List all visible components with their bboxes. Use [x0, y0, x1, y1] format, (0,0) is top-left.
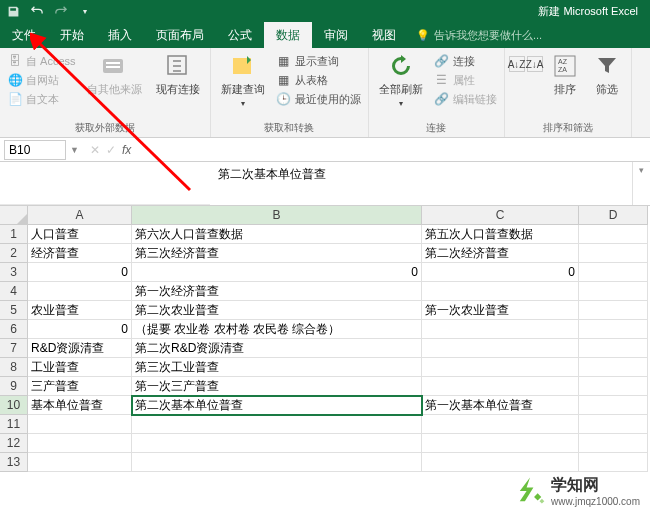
cell[interactable]: 三产普查 [28, 377, 132, 396]
cell[interactable]: 第三次经济普查 [132, 244, 422, 263]
sort-button[interactable]: AZZA 排序 [545, 50, 585, 119]
col-header-B[interactable]: B [132, 206, 422, 225]
cell[interactable] [422, 282, 579, 301]
accept-icon[interactable]: ✓ [106, 143, 116, 157]
cell[interactable] [422, 358, 579, 377]
formula-collapse-icon[interactable]: ▾ [632, 162, 650, 205]
cell[interactable] [579, 225, 648, 244]
row-header[interactable]: 9 [0, 377, 28, 396]
cell[interactable] [422, 415, 579, 434]
cell[interactable] [579, 263, 648, 282]
cell[interactable]: 第一次经济普查 [132, 282, 422, 301]
show-query-button[interactable]: ▦显示查询 [273, 52, 364, 70]
tell-me-search[interactable]: 💡 告诉我您想要做什么... [416, 22, 542, 48]
tab-home[interactable]: 开始 [48, 22, 96, 48]
row-header[interactable]: 3 [0, 263, 28, 282]
row-header[interactable]: 10 [0, 396, 28, 415]
cell[interactable]: （提要 农业卷 农村卷 农民卷 综合卷） [132, 320, 422, 339]
cell[interactable] [579, 377, 648, 396]
cell[interactable] [579, 396, 648, 415]
cancel-icon[interactable]: ✕ [90, 143, 100, 157]
sort-asc-icon[interactable]: A↓Z [509, 56, 525, 72]
save-icon[interactable] [6, 4, 20, 18]
cell[interactable] [579, 339, 648, 358]
qat-dropdown-icon[interactable]: ▾ [78, 4, 92, 18]
from-table-button[interactable]: ▦从表格 [273, 71, 364, 89]
cell[interactable] [422, 377, 579, 396]
cell[interactable]: 第二次基本单位普查 [132, 396, 422, 415]
cell[interactable] [579, 453, 648, 472]
row-header[interactable]: 1 [0, 225, 28, 244]
name-box[interactable]: B10 [4, 140, 66, 160]
cell[interactable]: 农业普查 [28, 301, 132, 320]
cell[interactable] [579, 320, 648, 339]
cell[interactable]: 第二次经济普查 [422, 244, 579, 263]
cell[interactable] [422, 434, 579, 453]
cell[interactable] [579, 434, 648, 453]
edit-links-button[interactable]: 🔗编辑链接 [431, 90, 500, 108]
cell[interactable]: 人口普查 [28, 225, 132, 244]
select-all-corner[interactable] [0, 206, 28, 225]
cell[interactable]: 第三次工业普查 [132, 358, 422, 377]
row-header[interactable]: 6 [0, 320, 28, 339]
cell[interactable] [422, 453, 579, 472]
cell[interactable] [132, 434, 422, 453]
connections-button[interactable]: 🔗连接 [431, 52, 500, 70]
cell[interactable]: 基本单位普查 [28, 396, 132, 415]
fx-icon[interactable]: fx [122, 143, 131, 157]
col-header-D[interactable]: D [579, 206, 648, 225]
cell[interactable] [422, 320, 579, 339]
cell[interactable] [579, 282, 648, 301]
tab-review[interactable]: 审阅 [312, 22, 360, 48]
tab-view[interactable]: 视图 [360, 22, 408, 48]
tab-insert[interactable]: 插入 [96, 22, 144, 48]
row-header[interactable]: 2 [0, 244, 28, 263]
cell[interactable]: 第五次人口普查数据 [422, 225, 579, 244]
from-web-button[interactable]: 🌐自网站 [4, 71, 79, 89]
sort-desc-icon[interactable]: Z↓A [527, 56, 543, 72]
spreadsheet-grid[interactable]: 12345678910111213 ABCD 人口普查第六次人口普查数据第五次人… [0, 206, 650, 472]
from-text-button[interactable]: 📄自文本 [4, 90, 79, 108]
cell[interactable] [28, 415, 132, 434]
cell[interactable] [579, 415, 648, 434]
formula-input[interactable]: 第二次基本单位普查 [210, 162, 632, 205]
properties-button[interactable]: ☰属性 [431, 71, 500, 89]
cell[interactable] [28, 282, 132, 301]
row-header[interactable]: 12 [0, 434, 28, 453]
existing-conn-button[interactable]: 现有连接 [150, 50, 206, 119]
tab-formulas[interactable]: 公式 [216, 22, 264, 48]
cell[interactable] [579, 301, 648, 320]
tab-layout[interactable]: 页面布局 [144, 22, 216, 48]
col-header-C[interactable]: C [422, 206, 579, 225]
cell[interactable] [28, 434, 132, 453]
row-header[interactable]: 13 [0, 453, 28, 472]
cell[interactable] [579, 358, 648, 377]
from-other-button[interactable]: 自其他来源 [81, 50, 148, 119]
cell[interactable]: 第一次三产普查 [132, 377, 422, 396]
cell[interactable]: R&D资源清查 [28, 339, 132, 358]
row-header[interactable]: 4 [0, 282, 28, 301]
redo-icon[interactable] [54, 4, 68, 18]
cell[interactable]: 经济普查 [28, 244, 132, 263]
cell[interactable] [422, 339, 579, 358]
cell[interactable]: 0 [422, 263, 579, 282]
filter-button[interactable]: 筛选 [587, 50, 627, 119]
cell[interactable]: 第六次人口普查数据 [132, 225, 422, 244]
cell[interactable]: 工业普查 [28, 358, 132, 377]
row-header[interactable]: 11 [0, 415, 28, 434]
cell[interactable]: 第一次基本单位普查 [422, 396, 579, 415]
cell[interactable]: 0 [132, 263, 422, 282]
row-header[interactable]: 8 [0, 358, 28, 377]
cell[interactable] [132, 453, 422, 472]
undo-icon[interactable] [30, 4, 44, 18]
cell[interactable]: 第一次农业普查 [422, 301, 579, 320]
new-query-button[interactable]: 新建查询▾ [215, 50, 271, 119]
cell[interactable]: 0 [28, 263, 132, 282]
row-header[interactable]: 5 [0, 301, 28, 320]
namebox-dropdown-icon[interactable]: ▼ [70, 145, 84, 155]
cell[interactable] [579, 244, 648, 263]
cell[interactable]: 第二次农业普查 [132, 301, 422, 320]
col-header-A[interactable]: A [28, 206, 132, 225]
cell[interactable] [132, 415, 422, 434]
row-header[interactable]: 7 [0, 339, 28, 358]
